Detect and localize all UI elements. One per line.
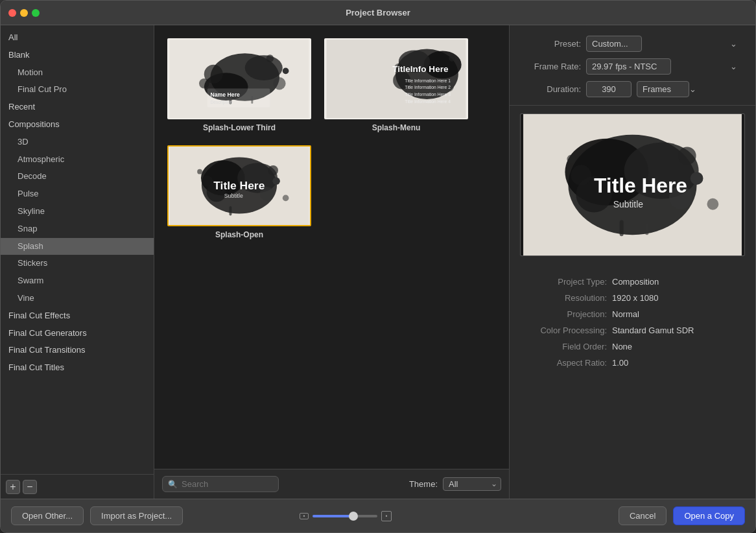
svg-point-49 (691, 172, 703, 185)
cancel-button[interactable]: Cancel (619, 506, 667, 525)
search-input[interactable] (182, 479, 273, 489)
duration-row: Duration: 390 Frames Seconds (523, 81, 742, 97)
project-type-row: Project Type: Composition (523, 277, 742, 287)
open-other-button[interactable]: Open Other... (11, 506, 84, 525)
svg-text:Title Information Here 1: Title Information Here 1 (405, 78, 451, 83)
preview-box: Title Here Subtitle (520, 113, 745, 256)
svg-rect-52 (620, 220, 624, 237)
project-browser-window: Project Browser All Blank Motion Final C… (0, 0, 756, 533)
svg-text:Subtitle: Subtitle (613, 199, 644, 209)
svg-point-47 (678, 147, 696, 165)
sidebar-list: All Blank Motion Final Cut Pro Recent Co… (1, 25, 154, 474)
framerate-label: Frame Rate: (523, 62, 581, 71)
sidebar-item-swarm[interactable]: Swarm (1, 272, 154, 290)
sidebar-item-recent[interactable]: Recent (1, 99, 154, 116)
sidebar-item-3d[interactable]: 3D (1, 134, 154, 151)
svg-text:Title Information Here 3: Title Information Here 3 (405, 92, 451, 97)
sidebar-item-pulse[interactable]: Pulse (1, 185, 154, 203)
field-order-value: None (612, 342, 632, 351)
sidebar-item-motion[interactable]: Motion (1, 64, 154, 82)
svg-text:Title Information Here 2: Title Information Here 2 (405, 85, 451, 89)
field-order-label: Field Order: (523, 342, 607, 351)
projection-label: Projection: (523, 309, 607, 319)
svg-point-36 (197, 169, 202, 174)
sidebar-item-finalcuteffects[interactable]: Final Cut Effects (1, 307, 154, 325)
remove-button[interactable]: − (23, 480, 37, 494)
svg-point-3 (245, 55, 283, 80)
sidebar-item-decode[interactable]: Decode (1, 168, 154, 185)
sidebar-item-finalcutgenerators[interactable]: Final Cut Generators (1, 325, 154, 342)
svg-point-51 (707, 198, 718, 210)
duration-input[interactable]: 390 (586, 81, 632, 97)
thumb-img-splash-lower-third: Name Here Description (167, 38, 311, 119)
svg-text:Name Here: Name Here (210, 91, 240, 98)
theme-select[interactable]: All Dark Light (443, 477, 501, 491)
svg-point-34 (202, 176, 213, 187)
maximize-button[interactable] (32, 9, 40, 17)
sidebar-item-finalcuttitles[interactable]: Final Cut Titles (1, 359, 154, 377)
framerate-select[interactable]: 29.97 fps - NTSC (586, 58, 671, 75)
duration-unit-select[interactable]: Frames Seconds (637, 81, 689, 97)
zoom-slider[interactable] (313, 515, 377, 517)
sidebar-item-all[interactable]: All (1, 29, 154, 47)
color-row: Color Processing: Standard Gamut SDR (523, 326, 742, 335)
sidebar-footer: + − (1, 474, 154, 499)
thumbnails-grid: Name Here Description Splash-Lower Third (154, 25, 509, 469)
svg-text:Description: Description (210, 100, 232, 105)
project-type-value: Composition (612, 277, 659, 287)
sidebar-item-finalcutpro[interactable]: Final Cut Pro (1, 81, 154, 99)
thumb-label-splash-open: Splash-Open (215, 230, 263, 239)
sidebar-item-snap[interactable]: Snap (1, 220, 154, 238)
content-area: Name Here Description Splash-Lower Third (154, 25, 509, 499)
sidebar-item-stickers[interactable]: Stickers (1, 255, 154, 272)
preset-select[interactable]: Custom... (586, 36, 642, 52)
svg-point-5 (273, 77, 285, 89)
resolution-value: 1920 x 1080 (612, 293, 659, 303)
resolution-label: Resolution: (523, 293, 607, 303)
zoom-large-icon: ▪ (381, 511, 392, 521)
resolution-row: Resolution: 1920 x 1080 (523, 293, 742, 303)
field-order-row: Field Order: None (523, 342, 742, 351)
search-box[interactable]: 🔍 (162, 476, 279, 492)
svg-text:Subtitle: Subtitle (224, 193, 243, 199)
svg-text:Title Information Here 4: Title Information Here 4 (405, 99, 451, 104)
svg-point-37 (283, 195, 289, 202)
thumb-label-splash-menu: Splash-Menu (372, 123, 421, 132)
color-value: Standard Gamut SDR (612, 326, 694, 335)
svg-text:TitleInfo Here: TitleInfo Here (392, 64, 449, 74)
sidebar-item-compositions[interactable]: Compositions (1, 116, 154, 134)
framerate-select-wrapper: 29.97 fps - NTSC (586, 58, 742, 75)
projection-value: Normal (612, 309, 639, 319)
theme-select-wrapper: All Dark Light (443, 477, 501, 491)
theme-row: Theme: All Dark Light (409, 477, 501, 491)
duration-label: Duration: (523, 84, 581, 94)
right-panel: Preset: Custom... Frame Rate: 29.97 fps … (509, 25, 755, 499)
aspect-ratio-label: Aspect Ratio: (523, 358, 607, 368)
thumb-splash-open[interactable]: Title Here Subtitle Splash-Open (167, 145, 311, 239)
svg-point-48 (571, 165, 591, 185)
content-footer: 🔍 Theme: All Dark Light (154, 469, 509, 499)
minimize-button[interactable] (20, 9, 28, 17)
thumb-splash-menu[interactable]: TitleInfo Here Title Information Here 1 … (324, 38, 468, 132)
sidebar-item-vine[interactable]: Vine (1, 290, 154, 307)
preset-select-wrapper: Custom... (586, 36, 742, 52)
import-as-project-button[interactable]: Import as Project... (90, 506, 183, 525)
sidebar-item-splash[interactable]: Splash (1, 238, 154, 255)
svg-rect-53 (645, 223, 648, 235)
svg-point-7 (199, 78, 209, 88)
main-area: All Blank Motion Final Cut Pro Recent Co… (1, 25, 755, 499)
svg-text:Title Here: Title Here (594, 174, 687, 197)
svg-point-50 (567, 154, 576, 163)
sidebar-item-blank[interactable]: Blank (1, 47, 154, 64)
sidebar-item-atmospheric[interactable]: Atmospheric (1, 151, 154, 169)
open-copy-button[interactable]: Open a Copy (673, 506, 745, 525)
close-button[interactable] (8, 9, 16, 17)
thumb-img-splash-open: Title Here Subtitle (167, 145, 311, 226)
projection-row: Projection: Normal (523, 309, 742, 319)
svg-point-6 (266, 54, 274, 62)
sidebar-item-finalcuttransitions[interactable]: Final Cut Transitions (1, 342, 154, 359)
thumb-splash-lower-third[interactable]: Name Here Description Splash-Lower Third (167, 38, 311, 132)
sidebar-item-skyline[interactable]: Skyline (1, 203, 154, 220)
add-button[interactable]: + (6, 480, 20, 494)
zoom-small-icon: ▪ (300, 513, 309, 519)
